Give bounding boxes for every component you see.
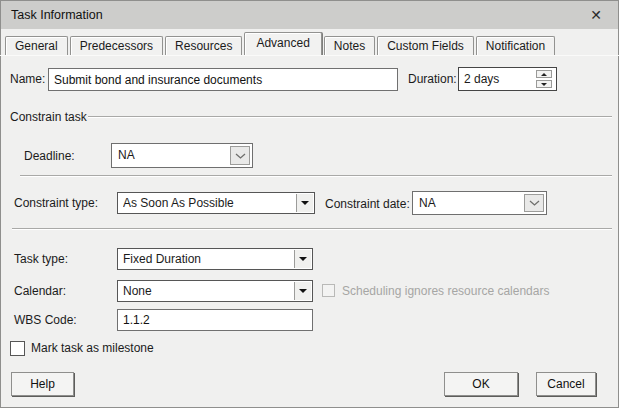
deadline-label: Deadline: — [24, 144, 75, 169]
close-icon[interactable]: ✕ — [580, 1, 612, 29]
tab-advanced[interactable]: Advanced — [244, 32, 321, 55]
duration-value: 2 days — [464, 68, 499, 90]
chevron-down-icon — [235, 153, 246, 159]
duration-label: Duration: — [408, 67, 457, 91]
constrain-task-group-label: Constrain task — [10, 110, 87, 124]
deadline-dropdown-button[interactable] — [230, 146, 250, 165]
constraint-type-label: Constraint type: — [14, 192, 98, 214]
dialog-title: Task Information — [11, 1, 103, 29]
scheduling-ignores-label: Scheduling ignores resource calendars — [342, 280, 549, 302]
tab-notes[interactable]: Notes — [324, 36, 375, 55]
task-information-dialog: Task Information ✕ General Predecessors … — [0, 0, 619, 408]
tab-predecessors[interactable]: Predecessors — [70, 36, 163, 55]
name-label: Name: — [10, 68, 45, 91]
constraint-date-dropdown-button[interactable] — [524, 194, 544, 212]
milestone-checkbox[interactable] — [10, 341, 25, 356]
tab-custom-fields[interactable]: Custom Fields — [377, 36, 474, 55]
duration-spin-buttons — [536, 70, 552, 88]
section-divider-1 — [20, 175, 612, 176]
scheduling-ignores-checkbox — [322, 284, 335, 297]
dropdown-arrow-icon — [301, 201, 309, 205]
constraint-type-value: As Soon As Possible — [123, 193, 294, 213]
deadline-value: NA — [118, 144, 135, 167]
tabstrip: General Predecessors Resources Advanced … — [5, 32, 557, 55]
wbs-code-label: WBS Code: — [14, 309, 77, 331]
task-type-dropdown-button[interactable] — [294, 250, 311, 268]
tab-resources[interactable]: Resources — [165, 36, 242, 55]
calendar-label: Calendar: — [14, 280, 66, 302]
dropdown-arrow-icon — [299, 289, 307, 293]
dropdown-arrow-icon — [299, 257, 307, 261]
tab-panel-topline — [0, 55, 619, 56]
help-button[interactable]: Help — [11, 372, 74, 396]
calendar-dropdown[interactable]: None — [117, 280, 313, 302]
wbs-code-input[interactable] — [117, 309, 313, 331]
spin-down-icon — [541, 83, 547, 86]
deadline-combobox[interactable]: NA — [111, 143, 253, 168]
cancel-button[interactable]: Cancel — [536, 372, 596, 396]
constrain-group-line — [88, 116, 612, 117]
constraint-date-label: Constraint date: — [325, 192, 410, 216]
constraint-type-dropdown[interactable]: As Soon As Possible — [117, 192, 315, 214]
constraint-date-combobox[interactable]: NA — [412, 191, 547, 215]
task-type-label: Task type: — [14, 248, 68, 270]
spin-up-icon — [541, 73, 547, 76]
calendar-dropdown-button[interactable] — [294, 282, 311, 300]
chevron-down-icon — [529, 200, 540, 206]
section-divider-2 — [12, 228, 612, 229]
calendar-value: None — [123, 281, 292, 301]
task-type-value: Fixed Duration — [123, 249, 292, 269]
spin-up-button[interactable] — [536, 70, 552, 78]
spin-down-button[interactable] — [536, 80, 552, 88]
tab-notification[interactable]: Notification — [476, 36, 555, 55]
ok-button[interactable]: OK — [444, 372, 518, 396]
name-input[interactable] — [48, 68, 398, 91]
tab-general[interactable]: General — [5, 36, 68, 55]
task-type-dropdown[interactable]: Fixed Duration — [117, 248, 313, 270]
duration-stepper[interactable]: 2 days — [458, 67, 557, 91]
titlebar: Task Information ✕ — [1, 1, 618, 29]
constraint-date-value: NA — [419, 192, 436, 214]
milestone-label: Mark task as milestone — [31, 341, 154, 356]
constraint-type-dropdown-button[interactable] — [296, 194, 313, 212]
